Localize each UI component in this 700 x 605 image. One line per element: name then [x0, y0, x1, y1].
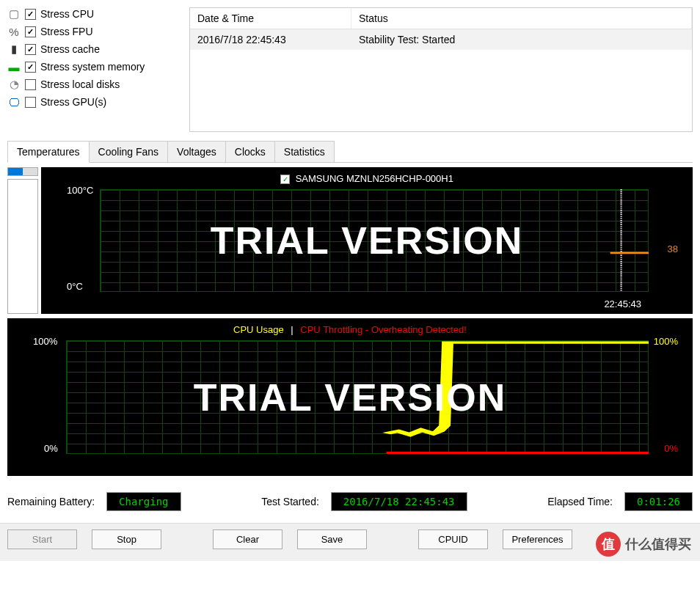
- cpu-usage-chart: CPU Usage | CPU Throttling - Overheating…: [7, 318, 693, 476]
- temperature-chart: ✓ SAMSUNG MZNLN256HCHP-000H1 TRIAL VERSI…: [41, 167, 693, 314]
- stress-option-disk[interactable]: ◔Stress local disks: [7, 78, 183, 91]
- log-row[interactable]: 2016/7/18 22:45:43Stability Test: Starte…: [190, 29, 692, 50]
- status-bar: Remaining Battery: Charging Test Started…: [0, 480, 700, 523]
- tab-voltages[interactable]: Voltages: [167, 141, 226, 162]
- log-header-status: Status: [351, 8, 692, 29]
- event-log-table: Date & Time Status 2016/7/18 22:45:43Sta…: [189, 7, 693, 132]
- stress-label: Stress GPU(s): [40, 96, 106, 108]
- cpu-icon: ▢: [7, 7, 21, 21]
- stress-options-panel: ▢Stress CPU%Stress FPU▮Stress cache▬Stre…: [7, 7, 183, 132]
- tab-clocks[interactable]: Clocks: [225, 141, 275, 162]
- fpu-icon: %: [7, 25, 21, 38]
- elapsed-value: 0:01:26: [624, 492, 693, 511]
- r-min-label: 0%: [664, 443, 678, 454]
- y-min-label: 0°C: [67, 281, 83, 292]
- clear-button[interactable]: Clear: [213, 529, 282, 549]
- stress-option-cpu[interactable]: ▢Stress CPU: [7, 7, 183, 21]
- stress-option-fpu[interactable]: %Stress FPU: [7, 25, 183, 38]
- smzdm-watermark: 值 什么值得买: [596, 532, 691, 557]
- battery-value: Charging: [106, 492, 181, 511]
- started-value: 2016/7/18 22:45:43: [331, 492, 467, 511]
- started-label: Test Started:: [261, 496, 319, 507]
- stress-option-memory[interactable]: ▬Stress system memory: [7, 60, 183, 73]
- stop-button[interactable]: Stop: [92, 529, 161, 549]
- cpuid-button[interactable]: CPUID: [418, 529, 488, 549]
- tab-cooling-fans[interactable]: Cooling Fans: [89, 141, 169, 162]
- log-date: 2016/7/18 22:45:43: [190, 29, 351, 50]
- stress-checkbox[interactable]: [25, 79, 36, 90]
- device-checkbox[interactable]: ✓: [280, 175, 290, 184]
- cache-icon: ▮: [7, 43, 21, 56]
- stress-checkbox[interactable]: [25, 62, 36, 73]
- y-max-label: 100%: [33, 336, 57, 347]
- stress-label: Stress cache: [40, 43, 100, 55]
- y-min-label: 0%: [44, 443, 58, 454]
- stress-checkbox[interactable]: [25, 9, 36, 20]
- trial-watermark: TRIAL VERSION: [211, 219, 524, 263]
- stress-option-gpu[interactable]: 🖵Stress GPU(s): [7, 95, 183, 109]
- elapsed-label: Elapsed Time:: [547, 496, 613, 507]
- legend-cpu-usage: CPU Usage: [233, 324, 284, 335]
- log-status: Stability Test: Started: [351, 29, 692, 50]
- stress-checkbox[interactable]: [25, 44, 36, 55]
- log-header-date: Date & Time: [190, 8, 351, 29]
- x-time-label: 22:45:43: [604, 298, 641, 309]
- stress-checkbox[interactable]: [25, 26, 36, 37]
- stress-option-cache[interactable]: ▮Stress cache: [7, 43, 183, 56]
- stress-label: Stress CPU: [40, 8, 94, 20]
- legend-throttling: CPU Throttling - Overheating Detected!: [300, 324, 467, 335]
- chart-minimap[interactable]: [7, 167, 38, 314]
- save-button[interactable]: Save: [297, 529, 367, 549]
- smzdm-logo-icon: 值: [596, 532, 621, 557]
- preferences-button[interactable]: Preferences: [503, 529, 572, 549]
- trial-watermark: TRIAL VERSION: [194, 375, 507, 419]
- device-label: SAMSUNG MZNLN256HCHP-000H1: [296, 173, 453, 184]
- stress-label: Stress system memory: [40, 61, 145, 73]
- tab-statistics[interactable]: Statistics: [274, 141, 335, 162]
- y-max-label: 100°C: [67, 185, 93, 196]
- memory-icon: ▬: [7, 60, 21, 73]
- tab-temperatures[interactable]: Temperatures: [7, 141, 90, 163]
- disk-icon: ◔: [7, 78, 21, 91]
- gpu-icon: 🖵: [7, 95, 21, 109]
- current-temp: 38: [668, 243, 678, 254]
- button-bar: Start Stop Clear Save CPUID Preferences …: [0, 523, 700, 561]
- stress-label: Stress FPU: [40, 26, 93, 37]
- battery-label: Remaining Battery:: [7, 496, 95, 507]
- start-button: Start: [7, 529, 77, 549]
- stress-checkbox[interactable]: [25, 97, 36, 108]
- tabs-bar: TemperaturesCooling FansVoltagesClocksSt…: [7, 141, 693, 163]
- stress-label: Stress local disks: [40, 78, 120, 90]
- r-max-label: 100%: [654, 336, 678, 347]
